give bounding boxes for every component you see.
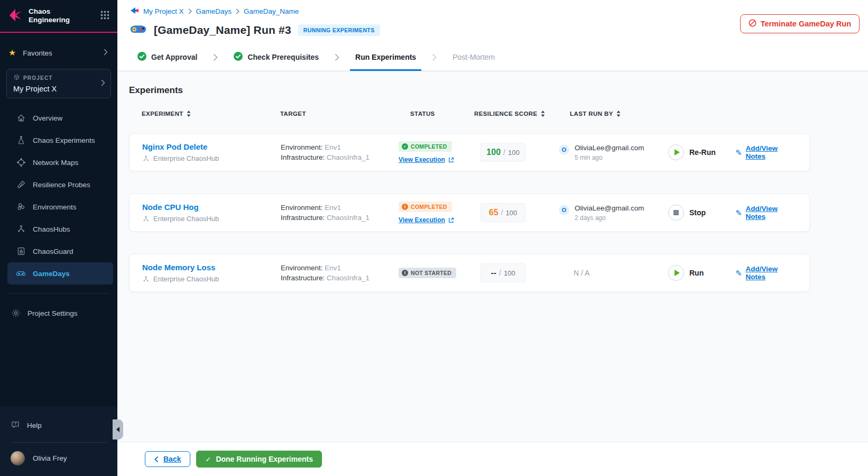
breadcrumb-gamedays[interactable]: GameDays — [196, 7, 232, 15]
column-header-target[interactable]: TARGET — [280, 111, 398, 117]
table-row: Nginx Pod Delete Enterprise ChaosHub Env… — [129, 133, 810, 171]
svg-text:?: ? — [14, 422, 16, 426]
step-check-prerequisites[interactable]: Check Prerequisites — [232, 43, 321, 71]
sidebar-item-chaosguard[interactable]: ChaosGuard — [0, 240, 117, 262]
sidebar-footer: ? Help Olivia Frey — [0, 406, 117, 476]
column-label: LAST RUN BY — [570, 111, 613, 117]
sidebar-item-environments[interactable]: Environments — [0, 196, 117, 218]
breadcrumb-project[interactable]: My Project X — [143, 7, 184, 15]
chevron-right-icon — [104, 49, 108, 57]
done-running-experiments-button[interactable]: ✓ Done Running Experiments — [196, 451, 321, 468]
env-label: Environment: — [281, 264, 323, 272]
sidebar-item-chaoshubs[interactable]: ChaosHubs — [0, 218, 117, 240]
pencil-icon: ✎ — [735, 269, 742, 277]
action-label: Stop — [689, 208, 706, 217]
breadcrumb-separator-icon — [236, 8, 239, 14]
last-run-na: N / A — [574, 269, 589, 277]
sidebar-item-gamedays[interactable]: GameDays — [7, 262, 113, 285]
sidebar-item-label: Environments — [33, 203, 77, 211]
user-row[interactable]: Olivia Frey — [0, 443, 117, 476]
run-button[interactable]: Run — [668, 265, 735, 281]
infra-label: Infrastructure: — [281, 214, 325, 222]
play-icon — [668, 265, 684, 281]
table-header: EXPERIMENT TARGET STATUS RESILIENCE SCOR… — [129, 111, 810, 117]
column-header-last-run-by[interactable]: LAST RUN BY — [558, 111, 668, 117]
back-button[interactable]: Back — [145, 451, 190, 467]
step-run-experiments[interactable]: Run Experiments — [353, 43, 418, 71]
user-avatar — [11, 451, 25, 465]
home-icon — [16, 113, 26, 123]
last-run-cell: O OliviaLee@gmail.com 2 days ago — [559, 204, 668, 222]
run-status-badge: RUNNING EXPERIMENTS — [298, 24, 380, 36]
sidebar-item-chaos-experiments[interactable]: Chaos Experiments — [0, 129, 117, 151]
lock-icon — [16, 246, 26, 257]
infra-value: ChaosInfra_1 — [327, 214, 370, 222]
experiment-name-link[interactable]: Node CPU Hog — [142, 203, 281, 212]
stop-button[interactable]: Stop — [668, 205, 735, 221]
last-run-time: 2 days ago — [575, 214, 644, 222]
sidebar: Chaos Engineering ★ Favorites PROJECT My… — [0, 0, 117, 476]
column-header-resilience-score[interactable]: RESILIENCE SCORE — [474, 111, 558, 117]
experiment-name-link[interactable]: Node Memory Loss — [142, 263, 281, 272]
column-header-status[interactable]: STATUS — [398, 111, 474, 117]
help-chat-icon: ? — [11, 420, 20, 431]
pencil-icon: ✎ — [735, 209, 742, 217]
exclamation-icon: ! — [402, 270, 408, 276]
page-title: [GameDay_Name] Run #3 — [154, 24, 291, 36]
done-label: Done Running Experiments — [216, 455, 313, 463]
column-label: EXPERIMENT — [142, 111, 183, 117]
breadcrumb-gameday-name[interactable]: GameDay_Name — [244, 7, 299, 15]
view-execution-link[interactable]: View Execution — [399, 216, 454, 224]
pencil-icon: ✎ — [735, 149, 742, 157]
column-header-experiment[interactable]: EXPERIMENT — [142, 111, 280, 117]
notes-label: Add/View Notes — [746, 205, 797, 221]
experiment-name-link[interactable]: Nginx Pod Delete — [142, 142, 281, 151]
sidebar-item-label: Network Maps — [33, 159, 78, 167]
rerun-button[interactable]: Re-Run — [668, 144, 735, 160]
sidebar-item-label: Overview — [33, 114, 62, 122]
sidebar-item-resilience-probes[interactable]: Resilience Probes — [0, 173, 117, 196]
environments-icon — [16, 202, 26, 212]
sidebar-item-project-settings[interactable]: Project Settings — [0, 302, 117, 324]
step-post-mortem[interactable]: Post-Mortem — [450, 43, 497, 71]
sidebar-brand: Chaos Engineering — [0, 0, 117, 33]
status-cell: ✓COMPLETED View Execution — [399, 141, 475, 163]
table-row: Node Memory Loss Enterprise ChaosHub Env… — [129, 254, 810, 292]
score-value: 65 — [489, 208, 498, 217]
sidebar-item-label: Project Settings — [27, 309, 78, 317]
add-view-notes-link[interactable]: ✎ Add/View Notes — [735, 144, 797, 160]
status-cell: !NOT STARTED — [399, 268, 475, 278]
external-link-icon — [448, 157, 454, 163]
sidebar-collapse-handle[interactable] — [113, 419, 123, 440]
terminate-gameday-button[interactable]: Terminate GameDay Run — [740, 14, 860, 33]
breadcrumb-logo-icon — [130, 6, 139, 16]
network-map-icon — [16, 158, 26, 168]
sidebar-item-label: Chaos Experiments — [33, 136, 95, 144]
check-circle-icon — [137, 52, 146, 62]
chevron-right-icon — [321, 43, 353, 71]
app-grid-icon[interactable] — [100, 10, 110, 22]
view-execution-link[interactable]: View Execution — [399, 156, 454, 163]
hub-icon — [142, 215, 150, 223]
favorites-row[interactable]: ★ Favorites — [0, 45, 117, 60]
status-text: NOT STARTED — [411, 270, 451, 276]
target-cell: Environment: Env1 Infrastructure: ChaosI… — [281, 203, 399, 223]
experiments-section: Experiments EXPERIMENT TARGET STATUS RES… — [117, 71, 868, 442]
gamepad-icon — [16, 269, 26, 279]
env-label: Environment: — [281, 143, 323, 151]
hub-icon — [16, 224, 26, 234]
prohibit-icon — [749, 19, 756, 29]
view-execution-label: View Execution — [399, 156, 445, 163]
check-icon: ✓ — [402, 143, 408, 150]
sidebar-item-overview[interactable]: Overview — [0, 107, 117, 129]
sidebar-item-network-maps[interactable]: Network Maps — [0, 151, 117, 173]
env-value: Env1 — [325, 264, 341, 272]
add-view-notes-link[interactable]: ✎ Add/View Notes — [735, 205, 797, 221]
stop-icon — [668, 205, 684, 221]
env-value: Env1 — [325, 143, 341, 151]
step-get-approval[interactable]: Get Approval — [135, 43, 199, 71]
help-row[interactable]: ? Help — [0, 416, 117, 435]
add-view-notes-link[interactable]: ✎ Add/View Notes — [735, 265, 797, 281]
notes-label: Add/View Notes — [746, 144, 797, 160]
project-selector[interactable]: PROJECT My Project X — [6, 69, 111, 98]
